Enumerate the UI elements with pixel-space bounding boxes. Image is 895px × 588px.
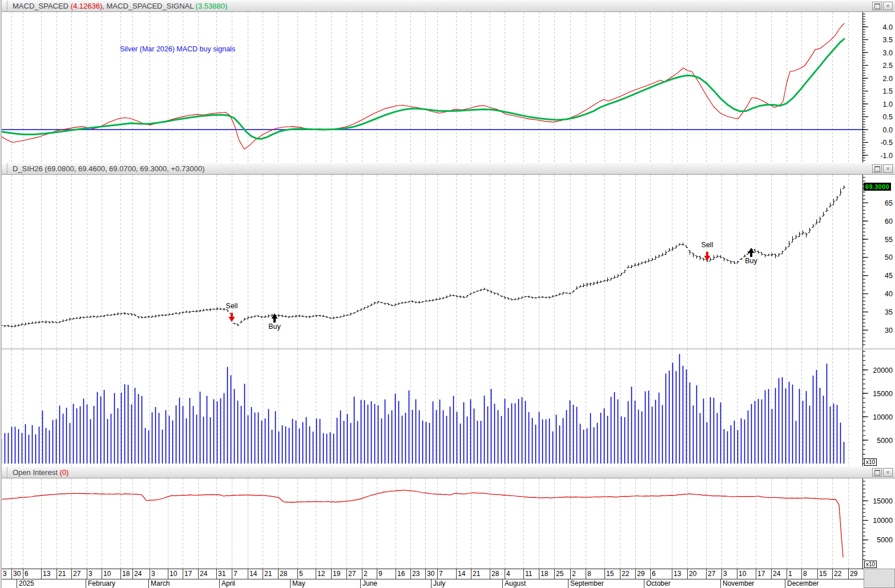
day-tick-label: 18 [541, 570, 548, 578]
day-tick-label: 30 [13, 570, 21, 578]
day-tick-label: 9 [378, 570, 382, 578]
day-tick-label: 17 [757, 570, 765, 578]
day-tick-label: 8 [587, 570, 591, 578]
day-tick-label: 10 [170, 570, 177, 578]
month-label: March [151, 579, 170, 587]
svg-text:15000: 15000 [873, 497, 893, 505]
restore-button[interactable] [872, 2, 882, 10]
restore-icon [874, 470, 880, 476]
day-tick-label: 27 [708, 570, 715, 578]
day-tick-label: 11 [525, 570, 532, 578]
restore-button[interactable] [872, 164, 882, 173]
macd-y-axis: 4.03.53.02.52.01.51.00.50.0-0.5-1.0 [862, 12, 895, 163]
svg-text:65: 65 [885, 199, 893, 207]
svg-text:5000: 5000 [877, 437, 893, 445]
day-tick-label: 2 [572, 570, 576, 578]
day-tick-label: 3 [88, 570, 92, 578]
month-label: November [723, 579, 754, 587]
close-button[interactable]: × [883, 2, 893, 10]
svg-text:3.0: 3.0 [883, 49, 893, 57]
month-label: February [88, 579, 115, 587]
month-label: October [646, 579, 671, 587]
day-tick-label: 10 [103, 570, 111, 578]
svg-text:Buy: Buy [268, 323, 281, 331]
open-interest-y-axis: 15000100005000 x10 [862, 478, 895, 569]
window-left-border [0, 0, 2, 588]
day-tick-label: 13 [43, 570, 50, 578]
svg-text:2.0: 2.0 [883, 75, 893, 83]
restore-button[interactable] [872, 468, 882, 477]
month-label: April [221, 579, 235, 587]
day-tick-label: 23 [412, 570, 420, 578]
macd-panel-titlebar[interactable]: MACD_SPACED (4.12636), MACD_SPACED_SIGNA… [0, 0, 895, 12]
macd-panel-title: MACD_SPACED (4.12636), MACD_SPACED_SIGNA… [7, 2, 227, 10]
day-tick-label: 13 [674, 570, 681, 578]
x-axis: 3306132127310182431017243171421285121927… [0, 569, 864, 588]
month-label: June [362, 579, 377, 587]
day-tick-label: 15 [819, 570, 827, 578]
day-tick-label: 6 [652, 570, 656, 578]
day-tick-label: 6 [25, 570, 29, 578]
open-interest-titlebar[interactable]: Open Interest (0) × [0, 466, 895, 478]
day-tick-label: 27 [348, 570, 356, 578]
close-icon: × [886, 166, 889, 172]
svg-text:4.0: 4.0 [883, 23, 893, 31]
volume-multiplier-label: x10 [864, 458, 877, 466]
price-panel-titlebar[interactable]: D_SIH26 (69.0800, 69.4600, 69.0700, 69.3… [0, 163, 895, 175]
day-tick-label: 17 [184, 570, 192, 578]
close-button[interactable]: × [883, 164, 893, 173]
day-tick-label: 10 [739, 570, 746, 578]
day-tick-label: 14 [249, 570, 257, 578]
chart-window: MACD_SPACED (4.12636), MACD_SPACED_SIGNA… [0, 0, 895, 588]
day-tick-label: 15 [606, 570, 614, 578]
day-tick-label: 22 [622, 570, 629, 578]
day-tick-label: 5 [299, 570, 303, 578]
price-y-axis: 6560555045403530 69.3000 [862, 175, 895, 348]
svg-text:0.0: 0.0 [883, 126, 893, 134]
svg-text:Sell: Sell [702, 241, 713, 249]
svg-text:1.0: 1.0 [883, 100, 893, 108]
svg-text:35: 35 [885, 308, 893, 316]
day-tick-label: 21 [264, 570, 272, 578]
day-tick-label: 2 [364, 570, 368, 578]
volume-y-axis: 2000015000100005000 x10 [862, 349, 895, 466]
chart-annotation: Silver (Mar 2026) MACD buy signals [120, 45, 235, 53]
day-tick-label: 24 [134, 570, 142, 578]
open-interest-plot [0, 478, 862, 569]
panel-splitter[interactable] [0, 348, 895, 349]
day-tick-label: 8 [803, 570, 807, 578]
day-tick-label: 30 [427, 570, 434, 578]
svg-text:10000: 10000 [873, 517, 893, 525]
day-tick-label: 16 [397, 570, 405, 578]
month-label: September [570, 579, 604, 587]
day-tick-label: 1 [788, 570, 792, 578]
svg-text:60: 60 [885, 218, 893, 225]
day-tick-label: 18 [122, 570, 130, 578]
month-label: July [433, 579, 445, 587]
close-button[interactable]: × [883, 468, 893, 477]
svg-text:50: 50 [885, 253, 893, 261]
svg-text:10000: 10000 [873, 413, 893, 421]
day-tick-label: 28 [491, 570, 499, 578]
open-interest-title: Open Interest (0) [7, 468, 68, 477]
svg-text:1.5: 1.5 [883, 87, 893, 95]
svg-text:45: 45 [885, 272, 893, 280]
month-label: December [787, 579, 819, 587]
day-tick-label: 14 [458, 570, 465, 578]
svg-text:20000: 20000 [873, 367, 893, 374]
day-tick-label: 7 [439, 570, 443, 578]
day-tick-label: 22 [834, 570, 841, 578]
day-tick-label: 12 [317, 570, 325, 578]
month-label: May [292, 579, 305, 587]
day-tick-label: 3 [151, 570, 155, 578]
day-tick-label: 21 [58, 570, 66, 578]
svg-text:Sell: Sell [226, 302, 238, 310]
svg-text:-0.5: -0.5 [880, 139, 893, 147]
day-tick-label: 24 [200, 570, 207, 578]
svg-text:3.5: 3.5 [883, 36, 893, 44]
day-tick-label: 31 [218, 570, 225, 578]
axis-corner-box [864, 569, 895, 588]
day-tick-label: 21 [473, 570, 480, 578]
open-interest-multiplier-label: x10 [864, 561, 877, 568]
day-tick-label: 20 [689, 570, 696, 578]
